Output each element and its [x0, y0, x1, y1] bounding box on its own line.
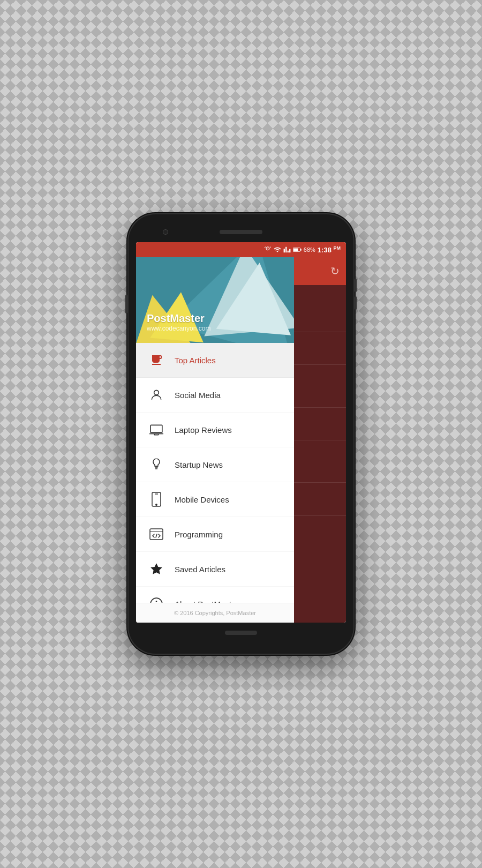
front-camera — [163, 229, 168, 235]
mobile-icon — [147, 490, 166, 509]
menu-label-mobile-devices: Mobile Devices — [175, 495, 229, 504]
phone-frame: 68% 1:38 PM ↻ a moreor youes — [129, 214, 353, 654]
laptop-icon — [147, 420, 166, 439]
menu-label-laptop-reviews: Laptop Reviews — [175, 425, 232, 435]
menu-item-top-articles[interactable]: Top Articles — [136, 343, 294, 378]
volume-buttons — [355, 279, 357, 314]
battery-percent: 68% — [304, 246, 315, 253]
wifi-icon — [274, 246, 281, 253]
menu-label-saved-articles: Saved Articles — [175, 565, 225, 574]
status-icons: 68% 1:38 PM — [264, 245, 341, 254]
drawer-footer: © 2016 Copyrights, PostMaster — [136, 603, 294, 623]
phone-screen: 68% 1:38 PM ↻ a moreor youes — [136, 242, 346, 623]
refresh-icon[interactable]: ↻ — [330, 265, 340, 278]
svg-rect-4 — [150, 425, 162, 432]
lightbulb-icon — [147, 455, 166, 474]
svg-rect-2 — [300, 249, 302, 250]
newspaper-icon — [147, 350, 166, 370]
geo-shape-3 — [216, 259, 294, 335]
power-button[interactable] — [125, 295, 127, 313]
drawer-app-name: PostMaster — [147, 312, 210, 325]
drawer-footer-text: © 2016 Copyrights, PostMaster — [147, 610, 283, 616]
star-icon — [147, 559, 166, 579]
menu-label-top-articles: Top Articles — [175, 356, 216, 365]
menu-item-saved-articles[interactable]: Saved Articles — [136, 552, 294, 587]
menu-label-social-media: Social Media — [175, 391, 221, 400]
screen-content: ↻ a moreor youes Trendingbias claims pat… — [136, 257, 346, 623]
menu-item-laptop-reviews[interactable]: Laptop Reviews — [136, 413, 294, 447]
home-button[interactable] — [225, 631, 257, 635]
phone-top-bar — [136, 224, 346, 240]
menu-label-startup-news: Startup News — [175, 460, 223, 469]
phone-bottom-bar — [136, 625, 346, 641]
status-bar: 68% 1:38 PM — [136, 242, 346, 257]
menu-label-programming: Programming — [175, 530, 223, 539]
drawer-menu: Top Articles Social Media — [136, 343, 294, 603]
drawer-header: PostMaster www.codecanyon.com — [136, 257, 294, 343]
svg-rect-8 — [150, 529, 163, 540]
battery-icon — [293, 246, 302, 253]
volume-up-button[interactable] — [355, 279, 357, 292]
status-time: 1:38 PM — [318, 245, 341, 254]
svg-rect-1 — [293, 248, 298, 251]
code-icon — [147, 525, 166, 544]
person-icon — [147, 385, 166, 405]
speaker — [220, 230, 262, 234]
info-icon — [147, 594, 166, 603]
menu-item-startup-news[interactable]: Startup News — [136, 447, 294, 482]
menu-item-social-media[interactable]: Social Media — [136, 378, 294, 413]
svg-point-6 — [156, 504, 157, 505]
drawer-app-url: www.codecanyon.com — [147, 325, 210, 332]
menu-item-about[interactable]: About PostMaster — [136, 587, 294, 603]
signal-icon — [283, 246, 291, 253]
svg-point-3 — [154, 390, 159, 395]
alarm-icon — [264, 246, 272, 253]
menu-item-mobile-devices[interactable]: Mobile Devices — [136, 482, 294, 517]
volume-down-button[interactable] — [355, 296, 357, 310]
navigation-drawer: PostMaster www.codecanyon.com T — [136, 257, 294, 623]
menu-item-programming[interactable]: Programming — [136, 517, 294, 552]
drawer-header-text: PostMaster www.codecanyon.com — [147, 312, 210, 332]
